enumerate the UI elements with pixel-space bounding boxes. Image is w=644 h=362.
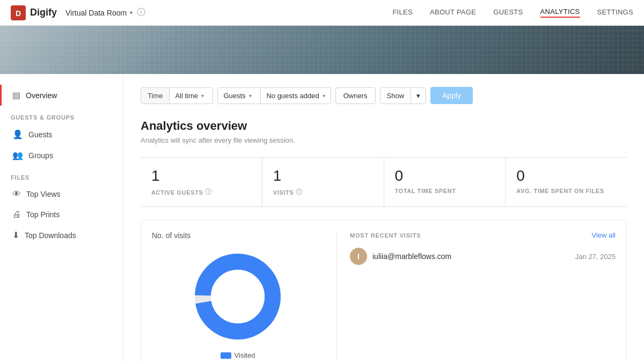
visited-legend-label: Visited <box>235 351 255 359</box>
main-nav: FILES ABOUT PAGE GUESTS ANALYTICS SETTIN… <box>392 8 633 18</box>
donut-chart-wrapper: Visited <box>152 248 324 359</box>
time-filter-select[interactable]: All time ▾ <box>170 88 213 104</box>
stat-avg-time: 0 AVG. TIME SPENT ON FILES <box>506 158 627 206</box>
stat-visits-value: 1 <box>273 167 373 184</box>
guests-filter-label: Guests <box>223 92 245 100</box>
sidebar-item-guests[interactable]: 👤 Guests <box>0 124 123 145</box>
banner <box>0 26 644 74</box>
stat-avg-time-label: AVG. TIME SPENT ON FILES <box>516 188 616 194</box>
sidebar-top-prints-label: Top Prints <box>26 210 60 219</box>
chart-card: No. of visits Visited <box>141 220 627 362</box>
nav-guests[interactable]: GUESTS <box>493 8 523 17</box>
sidebar-item-top-downloads[interactable]: ⬇ Top Downloads <box>0 225 123 246</box>
stat-total-time-value: 0 <box>395 167 495 184</box>
guests-value-select[interactable]: No guests added ▾ <box>261 88 330 104</box>
sidebar-item-groups[interactable]: 👥 Groups <box>0 145 123 166</box>
header: D Digify Virtual Data Room ▾ ⓘ FILES ABO… <box>0 0 644 26</box>
show-button-label[interactable]: Show <box>380 88 412 104</box>
stat-active-guests-label: ACTIVE GUESTS ⓘ <box>151 188 251 197</box>
overview-title: Analytics overview <box>141 119 627 133</box>
chart-right: MOST RECENT VISITS View all I iuliia@mar… <box>336 231 616 359</box>
nav-analytics[interactable]: ANALYTICS <box>540 8 580 18</box>
recent-visits-header: MOST RECENT VISITS View all <box>350 231 616 239</box>
main-layout: ▤ Overview GUESTS & GROUPS 👤 Guests 👥 Gr… <box>0 74 644 362</box>
svg-text:D: D <box>16 9 21 18</box>
stat-active-guests: 1 ACTIVE GUESTS ⓘ <box>141 158 262 206</box>
guests-filter-value: No guests added <box>266 92 319 100</box>
banner-pattern <box>0 26 644 74</box>
digify-logo-icon: D <box>11 5 26 20</box>
guests-filter-group: Guests ▾ No guests added ▾ <box>217 87 331 104</box>
guests-filter-select[interactable]: Guests ▾ <box>218 88 261 104</box>
sidebar: ▤ Overview GUESTS & GROUPS 👤 Guests 👥 Gr… <box>0 74 123 362</box>
sidebar-item-top-views[interactable]: 👁 Top Views <box>0 184 123 204</box>
recent-visits-title: MOST RECENT VISITS <box>350 232 421 239</box>
show-group: Show ▾ <box>380 87 427 104</box>
stat-avg-time-value: 0 <box>516 167 616 184</box>
top-prints-icon: 🖨 <box>12 210 21 219</box>
owners-button[interactable]: Owners <box>335 87 376 104</box>
time-chevron-icon: ▾ <box>201 93 204 99</box>
filter-bar: Time All time ▾ Guests ▾ No guests added… <box>141 87 627 104</box>
sidebar-top-views-label: Top Views <box>26 190 61 198</box>
visit-item: I iuliia@marbleflows.com Jan 27, 2025 <box>350 248 616 265</box>
main-content: Time All time ▾ Guests ▾ No guests added… <box>123 74 644 362</box>
apply-button[interactable]: Apply <box>430 87 473 104</box>
avatar-initial: I <box>357 252 360 261</box>
visits-info-icon[interactable]: ⓘ <box>296 188 303 197</box>
sidebar-section-files: FILES <box>0 166 123 184</box>
stat-visits: 1 VISITS ⓘ <box>262 158 384 206</box>
avatar: I <box>350 248 367 265</box>
sidebar-overview-label: Overview <box>26 91 57 100</box>
show-chevron-icon[interactable]: ▾ <box>411 88 426 104</box>
overview-subtitle: Analytics will sync after every file vie… <box>141 136 627 144</box>
nav-about-page[interactable]: ABOUT PAGE <box>430 8 476 17</box>
guests-value-chevron-icon: ▾ <box>323 93 325 99</box>
logo: D Digify <box>11 5 57 20</box>
stat-visits-label: VISITS ⓘ <box>273 188 373 197</box>
donut-chart <box>189 248 286 345</box>
visited-legend-dot <box>221 352 231 359</box>
groups-icon: 👥 <box>12 150 23 160</box>
nav-files[interactable]: FILES <box>392 8 413 17</box>
time-filter-group: Time All time ▾ <box>141 87 213 104</box>
top-downloads-icon: ⬇ <box>12 230 19 240</box>
chart-title: No. of visits <box>152 231 324 240</box>
top-views-icon: 👁 <box>12 189 21 199</box>
visit-date: Jan 27, 2025 <box>575 253 616 261</box>
guests-icon: 👤 <box>12 129 23 139</box>
sidebar-item-overview[interactable]: ▤ Overview <box>0 85 123 106</box>
chart-left: No. of visits Visited <box>152 231 324 359</box>
visit-email: iuliia@marbleflows.com <box>372 252 570 261</box>
stat-active-guests-value: 1 <box>151 167 251 184</box>
logo-text: Digify <box>30 7 57 18</box>
active-guests-info-icon[interactable]: ⓘ <box>205 188 212 197</box>
time-filter-label: Time <box>141 88 170 104</box>
info-icon[interactable]: ⓘ <box>137 7 145 18</box>
donut-legend: Visited <box>221 351 255 359</box>
stat-total-time-label: TOTAL TIME SPENT <box>395 188 495 194</box>
svg-point-4 <box>211 270 265 323</box>
guests-chevron-icon: ▾ <box>249 93 252 99</box>
workspace-name: Virtual Data Room <box>65 9 127 17</box>
stats-row: 1 ACTIVE GUESTS ⓘ 1 VISITS ⓘ 0 TOTAL TIM… <box>141 157 627 207</box>
sidebar-section-guests-groups: GUESTS & GROUPS <box>0 106 123 124</box>
stat-total-time: 0 TOTAL TIME SPENT <box>384 158 506 206</box>
workspace-chevron-icon: ▾ <box>130 10 133 16</box>
nav-settings[interactable]: SETTINGS <box>597 8 633 17</box>
workspace-selector[interactable]: Virtual Data Room ▾ <box>65 9 133 17</box>
sidebar-item-top-prints[interactable]: 🖨 Top Prints <box>0 204 123 225</box>
overview-icon: ▤ <box>12 90 20 100</box>
time-filter-value: All time <box>175 92 198 100</box>
sidebar-top-downloads-label: Top Downloads <box>25 231 76 240</box>
sidebar-guests-label: Guests <box>28 130 52 139</box>
sidebar-groups-label: Groups <box>28 151 53 160</box>
view-all-link[interactable]: View all <box>591 231 616 239</box>
chart-layout: No. of visits Visited <box>152 231 616 359</box>
